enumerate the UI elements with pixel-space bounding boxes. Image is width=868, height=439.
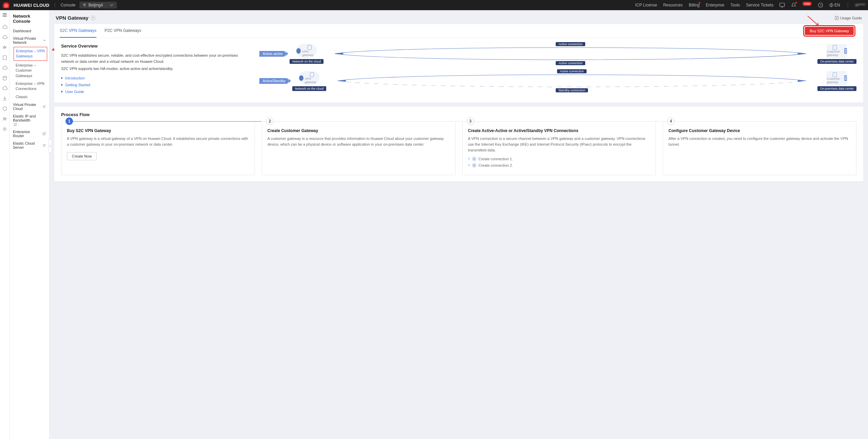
sidebar-item-eip[interactable]: Elastic IP and Bandwidth: [10, 112, 49, 128]
info-icon[interactable]: ?: [91, 16, 95, 20]
tickets-link[interactable]: Service Tickets: [746, 3, 774, 7]
tools-link[interactable]: Tools: [731, 3, 740, 7]
svg-rect-5: [3, 56, 6, 60]
shield-icon[interactable]: [2, 106, 7, 111]
step-1: 1 Buy S2C VPN Gateway A VPN gateway is a…: [61, 121, 255, 175]
hamburger-icon[interactable]: [2, 12, 7, 18]
svg-point-7: [3, 117, 5, 119]
sidebar-item-dashboard[interactable]: Dashboard: [10, 27, 49, 35]
chevron-down-icon: [110, 3, 113, 7]
page-icon[interactable]: [2, 55, 7, 60]
doc-links: Introduction Getting Started User Guide: [61, 76, 251, 94]
huawei-logo-icon: [3, 2, 10, 8]
connection-zone: Active connection Standby connection: [330, 71, 814, 91]
buy-s2c-vpn-button[interactable]: Buy S2C VPN Gateway: [805, 27, 854, 35]
icp-link[interactable]: ICP License: [635, 3, 657, 7]
monitor-icon[interactable]: [779, 2, 785, 8]
link-getting-started[interactable]: Getting Started: [65, 83, 90, 87]
sub-conn-1: 1Create connection 1.: [468, 157, 650, 161]
step-2: 2 Create Customer Gateway A customer gat…: [262, 121, 456, 175]
billing-badge: [699, 2, 700, 4]
conn-label-top: Active connection: [557, 69, 587, 73]
help-icon[interactable]: ?: [818, 2, 823, 8]
tab-p2c[interactable]: P2C VPN Gateways: [105, 24, 141, 38]
new-badge: new: [802, 2, 812, 6]
cloud4-icon[interactable]: [2, 86, 7, 91]
resources-link[interactable]: Resources: [663, 3, 683, 7]
username[interactable]: H*****: [855, 3, 865, 7]
sidebar-item-vpn[interactable]: Virtual Private Network: [10, 35, 49, 46]
tab-s2c[interactable]: S2C VPN Gateways: [60, 24, 96, 38]
sidebar-sub-vpn-connections[interactable]: Enterprise – VPN Connections: [10, 80, 49, 93]
conn-label-bottom: Active connection: [556, 61, 585, 65]
chevron-up-icon: [43, 39, 46, 42]
mode-tag-as: Active/Standby: [259, 78, 289, 84]
usage-guide-link[interactable]: Usage Guide: [835, 16, 862, 20]
workspace: Network Console Dashboard Virtual Privat…: [0, 10, 868, 439]
svg-point-0: [84, 4, 85, 5]
buy-button-wrap: Buy S2C VPN Gateway: [801, 24, 858, 38]
step-3: 3 Create Active-Active or Active/Standby…: [462, 121, 656, 175]
step-connector: [274, 121, 462, 122]
sidebar-sub-classic[interactable]: Classic: [10, 93, 49, 101]
svg-point-6: [3, 76, 6, 77]
sidebar-collapse-handle[interactable]: [49, 139, 52, 153]
bell-icon[interactable]: [791, 2, 796, 8]
waves-icon[interactable]: [2, 45, 7, 50]
brand-name: HUAWEI CLOUD: [14, 3, 49, 8]
billing-link[interactable]: Billing: [689, 3, 700, 7]
region-label: Beijing4: [88, 3, 103, 7]
cloud2-icon[interactable]: [2, 35, 7, 40]
sidebar-item-er[interactable]: Enterprise Router: [10, 128, 49, 140]
step-4-desc: After a VPN connection is created, you n…: [668, 136, 851, 147]
people-icon[interactable]: [2, 116, 7, 122]
lang-selector[interactable]: EN: [829, 3, 840, 7]
page-header: VPN Gateway ? Usage Guide: [54, 14, 863, 24]
tabs: S2C VPN Gateways P2C VPN Gateways Buy S2…: [54, 24, 863, 38]
external-link-icon: [43, 105, 46, 108]
separator: [848, 3, 848, 7]
topbar: HUAWEI CLOUD Console Beijing4 ICP Licens…: [0, 0, 868, 10]
service-overview-heading: Service Overview: [61, 43, 251, 49]
bell-badge: [795, 2, 797, 3]
step-3-title: Create Active-Active or Active/Standby V…: [468, 128, 650, 133]
sidebar-title: Network Console: [10, 14, 49, 27]
process-flow-heading: Process Flow: [61, 112, 856, 117]
console-link[interactable]: Console: [60, 3, 75, 7]
region-selector[interactable]: Beijing4: [79, 2, 117, 8]
onprem-icon: Customer gateway: [827, 71, 847, 85]
onprem-node: Customer gateway On-premises data center: [817, 44, 856, 64]
download-icon[interactable]: [2, 96, 7, 101]
sidebar-sub-vpn-gateways[interactable]: Enterprise – VPN Gateways: [14, 47, 47, 61]
cloud-node: VPN gateway Network on the cloud: [290, 44, 324, 64]
enterprise-link[interactable]: Enterprise: [706, 3, 724, 7]
sidebar-item-ecs[interactable]: Elastic Cloud Server: [10, 140, 49, 151]
step-3-desc: A VPN connection is a secure channel bet…: [468, 136, 650, 153]
sidebar-sub-customer-gateways[interactable]: Enterprise – Customer Gateways: [10, 61, 49, 80]
connection-lines-icon: [327, 43, 814, 64]
cloud-label: Network on the cloud: [290, 59, 324, 64]
database-icon[interactable]: [2, 75, 7, 81]
main-content: VPN Gateway ? Usage Guide S2C VPN Gatewa…: [50, 10, 868, 439]
page-title: VPN Gateway ?: [56, 15, 95, 21]
gear-icon[interactable]: [2, 126, 7, 132]
onprem-icon: Customer gateway: [827, 44, 847, 58]
link-user-guide[interactable]: User Guide: [65, 90, 84, 94]
create-now-button[interactable]: Create Now: [67, 152, 97, 160]
sidebar-item-vpc[interactable]: Virtual Private Cloud: [10, 101, 49, 112]
sidebar: Network Console Dashboard Virtual Privat…: [10, 10, 50, 439]
diagram-active-active: Active–active VPN gateway Network on the…: [259, 43, 856, 64]
cloud3-icon[interactable]: [2, 65, 7, 71]
mode-tag-aa: Active–active: [259, 51, 286, 57]
conn-label-top: Active connection: [556, 42, 585, 46]
connection-lines-icon: [330, 71, 814, 91]
topbar-left: HUAWEI CLOUD Console Beijing4: [3, 2, 117, 8]
steps-row: 1 Buy S2C VPN Gateway A VPN gateway is a…: [61, 121, 856, 175]
pin-icon: [83, 3, 86, 7]
step-num-3: 3: [467, 117, 474, 125]
cloud-icon[interactable]: [2, 24, 7, 30]
link-introduction[interactable]: Introduction: [65, 76, 85, 80]
overview-body: Service Overview S2C VPN establishes sec…: [54, 38, 863, 96]
step-1-desc: A VPN gateway is a virtual gateway of a …: [67, 136, 249, 147]
svg-text:?: ?: [819, 3, 821, 7]
